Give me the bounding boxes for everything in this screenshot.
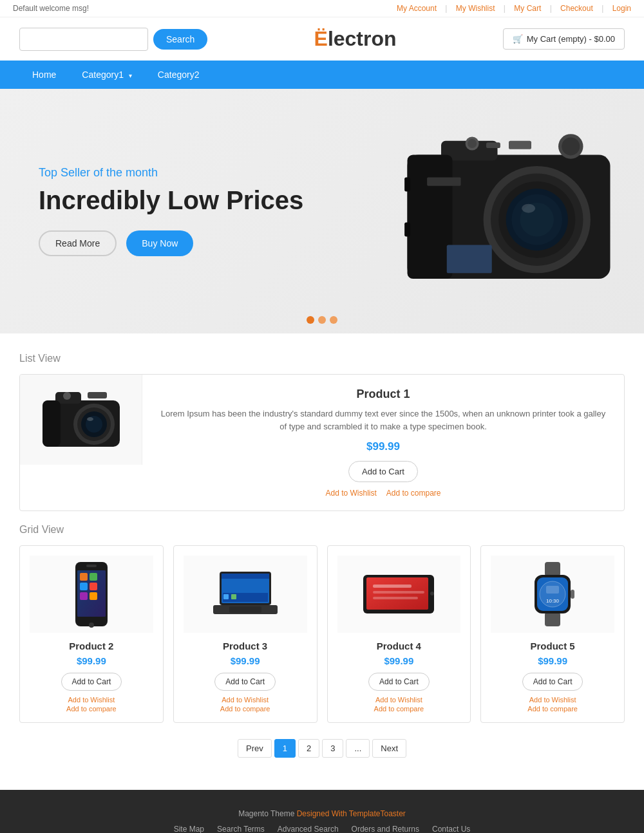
tablet-icon: [360, 568, 437, 620]
my-cart-link[interactable]: My Cart: [514, 4, 541, 13]
page-3-button[interactable]: 3: [322, 739, 343, 758]
product4-image: [337, 556, 461, 633]
next-button[interactable]: Next: [372, 739, 406, 758]
product2-add-wishlist[interactable]: Add to Wishlist: [30, 696, 153, 704]
footer-orders-returns[interactable]: Orders and Returns: [352, 825, 419, 833]
product4-price: $99.99: [337, 655, 461, 666]
login-link[interactable]: Login: [612, 4, 631, 13]
logo-icon-letter: Ë: [314, 27, 328, 50]
page-2-button[interactable]: 2: [298, 739, 319, 758]
product4-add-compare[interactable]: Add to compare: [337, 705, 461, 713]
svg-rect-57: [545, 562, 560, 576]
product4-name: Product 4: [337, 641, 461, 651]
top-links: My Account | My Wishlist | My Cart | Che…: [397, 4, 631, 13]
product3-add-compare[interactable]: Add to compare: [184, 705, 307, 713]
watch-icon: 10:30: [527, 559, 578, 630]
product5-image: 10:30: [491, 556, 614, 633]
product4-add-wishlist[interactable]: Add to Wishlist: [337, 696, 461, 704]
cart-button[interactable]: 🛒 My Cart (empty) - $0.00: [503, 28, 625, 50]
svg-rect-49: [229, 606, 261, 613]
hero-dot-1[interactable]: [307, 316, 314, 324]
svg-text:10:30: 10:30: [546, 598, 560, 604]
my-wishlist-link[interactable]: My Wishlist: [456, 4, 495, 13]
read-more-button[interactable]: Read More: [39, 230, 117, 256]
page-dots[interactable]: ...: [346, 739, 370, 758]
footer-template-link[interactable]: Designed With TemplateToaster: [297, 809, 406, 818]
nav-home[interactable]: Home: [19, 61, 69, 89]
svg-rect-64: [571, 590, 574, 599]
product1-add-to-cart[interactable]: Add to Cart: [348, 461, 418, 482]
svg-point-28: [63, 392, 71, 400]
grid-item-2: Product 2 $99.99 Add to Cart Add to Wish…: [19, 545, 164, 723]
hero-buttons: Read More Buy Now: [39, 230, 303, 256]
svg-rect-44: [222, 574, 269, 579]
product4-add-to-cart[interactable]: Add to Cart: [368, 673, 430, 691]
footer-contact-us[interactable]: Contact Us: [432, 825, 470, 833]
checkout-link[interactable]: Checkout: [560, 4, 593, 13]
product2-name: Product 2: [30, 641, 153, 651]
svg-rect-37: [80, 592, 88, 600]
footer-search-terms[interactable]: Search Terms: [217, 825, 265, 833]
hero-subtitle: Top Seller of the month: [39, 166, 303, 180]
cart-label: My Cart (empty) - $0.00: [527, 34, 615, 44]
svg-rect-33: [80, 573, 88, 581]
product4-links: Add to Wishlist Add to compare: [337, 696, 461, 713]
svg-rect-58: [545, 612, 560, 626]
footer: Magento Theme Designed With TemplateToas…: [0, 790, 644, 833]
svg-point-9: [522, 204, 535, 213]
product5-add-compare[interactable]: Add to compare: [491, 705, 614, 713]
product5-add-wishlist[interactable]: Add to Wishlist: [491, 696, 614, 704]
svg-point-27: [87, 417, 93, 421]
footer-sitemap[interactable]: Site Map: [174, 825, 204, 833]
logo: Ëlectron: [314, 27, 397, 51]
hero-content: Top Seller of the month Incredibly Low P…: [0, 140, 342, 282]
nav-category2[interactable]: Category2: [145, 61, 213, 89]
hero-dot-2[interactable]: [318, 316, 326, 324]
product1-name: Product 1: [158, 388, 608, 401]
product2-add-to-cart[interactable]: Add to Cart: [61, 673, 122, 691]
svg-rect-38: [90, 592, 97, 600]
search-bar: Search: [19, 28, 207, 51]
chevron-down-icon: ▾: [129, 72, 132, 79]
cart-icon: 🛒: [513, 34, 523, 44]
product2-add-compare[interactable]: Add to compare: [30, 705, 153, 713]
svg-rect-18: [404, 178, 410, 192]
search-input[interactable]: [19, 28, 148, 51]
search-button[interactable]: Search: [153, 29, 207, 50]
svg-rect-47: [231, 594, 236, 599]
pagination: Prev 1 2 3 ... Next: [19, 739, 625, 758]
svg-rect-17: [447, 245, 492, 274]
product1-price: $99.99: [158, 440, 608, 453]
hero-dot-3[interactable]: [330, 316, 337, 324]
product5-links: Add to Wishlist Add to compare: [491, 696, 614, 713]
product3-add-wishlist[interactable]: Add to Wishlist: [184, 696, 307, 704]
prev-button[interactable]: Prev: [238, 739, 272, 758]
phone-icon: [72, 559, 111, 630]
buy-now-button[interactable]: Buy Now: [126, 230, 193, 256]
hero-title: Incredibly Low Prices: [39, 186, 303, 214]
grid-item-3: Product 3 $99.99 Add to Cart Add to Wish…: [173, 545, 317, 723]
product5-name: Product 5: [491, 641, 614, 651]
navbar: Home Category1 ▾ Category2: [0, 61, 644, 89]
svg-rect-36: [90, 583, 97, 590]
product3-name: Product 3: [184, 641, 307, 651]
product1-add-compare[interactable]: Add to compare: [386, 489, 441, 498]
svg-rect-53: [373, 585, 412, 588]
page-1-button[interactable]: 1: [274, 739, 296, 758]
product3-price: $99.99: [184, 655, 307, 666]
nav-category1[interactable]: Category1 ▾: [69, 61, 144, 89]
product1-details: Product 1 Lorem Ipsum has been the indus…: [142, 375, 624, 510]
svg-rect-55: [373, 597, 418, 599]
product5-price: $99.99: [491, 655, 614, 666]
product1-add-wishlist[interactable]: Add to Wishlist: [325, 489, 376, 498]
my-account-link[interactable]: My Account: [397, 4, 437, 13]
laptop-icon: [210, 568, 281, 620]
product5-add-to-cart[interactable]: Add to Cart: [522, 673, 583, 691]
svg-point-39: [89, 622, 94, 628]
product1-desc: Lorem Ipsum has been the industry's stan…: [158, 407, 608, 433]
product3-add-to-cart[interactable]: Add to Cart: [214, 673, 276, 691]
svg-rect-45: [223, 593, 268, 602]
logo-text: lectron: [328, 27, 397, 50]
footer-advanced-search[interactable]: Advanced Search: [278, 825, 339, 833]
svg-rect-19: [404, 223, 410, 237]
